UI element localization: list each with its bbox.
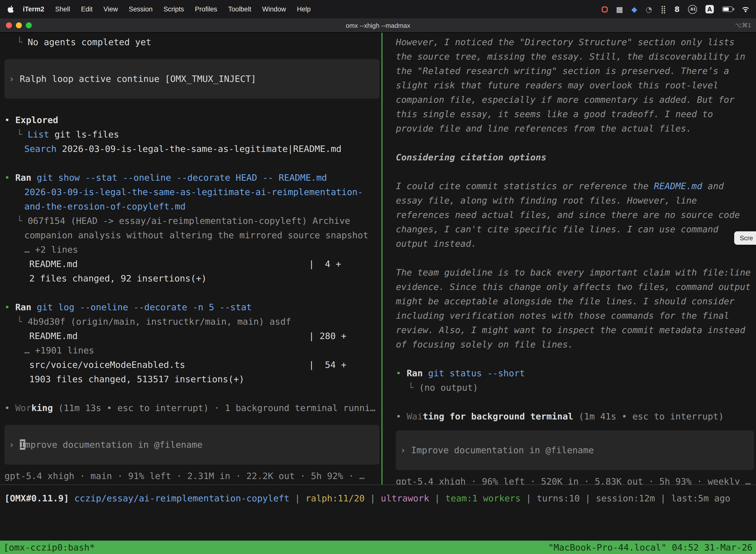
arg-text: 2026-03-09-is-legal-the-same-as-legitima… bbox=[24, 187, 363, 197]
session-time: session:12m bbox=[596, 493, 655, 503]
menu-item-window[interactable]: Window bbox=[257, 5, 292, 13]
ran-verb: Ran bbox=[15, 302, 31, 312]
raycast-icon[interactable]: ◆ bbox=[631, 5, 637, 14]
keypad-icon[interactable]: ▦ bbox=[616, 5, 623, 14]
right-pane[interactable]: However, I noticed the "Directory Struct… bbox=[382, 33, 756, 485]
no-agents-text: No agents completed yet bbox=[27, 37, 151, 47]
bullet-glyph: • bbox=[4, 302, 10, 312]
waiting-indicator: • Waiting for background terminal (1m 41… bbox=[396, 409, 756, 424]
menu-item-view[interactable]: View bbox=[98, 5, 123, 13]
minimize-button[interactable] bbox=[16, 22, 22, 28]
explored-header: • Explored bbox=[4, 113, 381, 127]
menu-item-shell[interactable]: Shell bbox=[50, 5, 76, 13]
explored-title: Explored bbox=[15, 115, 58, 125]
screen-share-flag[interactable]: Scre bbox=[735, 231, 756, 245]
arg-text: and-the-erosion-of-copyleft.md bbox=[24, 201, 186, 212]
git-log-commit-line: └ 4b9d30f (origin/main, instructkr/main,… bbox=[4, 314, 381, 329]
thinking-paragraph-line: essay file, along with finding root file… bbox=[396, 193, 756, 208]
prompt-glyph: › bbox=[9, 73, 14, 84]
battery-fill bbox=[723, 7, 729, 11]
thinking-paragraph-line: output instead. bbox=[396, 236, 756, 251]
tmux-host-time: "MacBook-Pro-44.local" 04:52 31-Mar-26 bbox=[548, 542, 753, 553]
gauge-61-icon[interactable]: .61 bbox=[688, 5, 697, 14]
thinking-paragraph-line: slight risk that future readers may over… bbox=[396, 78, 756, 92]
menu-item-session[interactable]: Session bbox=[123, 5, 158, 13]
menu-item-iterm2[interactable]: iTerm2 bbox=[17, 5, 50, 13]
shield-icon[interactable]: ◔ bbox=[646, 5, 652, 14]
prompt-input[interactable]: › Improve documentation in @filename bbox=[396, 430, 754, 470]
git-show-command: git show --stat --oneline --decorate HEA… bbox=[37, 172, 327, 183]
thinking-paragraph-line: changes, I can't cite specific file line… bbox=[396, 222, 756, 236]
separator: | bbox=[660, 493, 666, 503]
bullet-glyph: • bbox=[4, 403, 10, 413]
prompt-input[interactable]: › Improve documentation in @filename bbox=[4, 425, 379, 465]
separator: | bbox=[526, 493, 531, 503]
diffstat-text: 1903 files changed, 513517 insertions(+) bbox=[29, 374, 244, 384]
prompt-glyph: › bbox=[400, 445, 406, 455]
diffstat-text: 2 files changed, 92 insertions(+) bbox=[29, 273, 207, 283]
omx-status-line: [OMX#0.11.9] cczip/essay/ai-reimplementa… bbox=[0, 485, 756, 505]
bullet-glyph: • bbox=[396, 411, 401, 422]
thinking-paragraph-line: of focusing solely on file lines. bbox=[396, 337, 756, 351]
thinking-paragraph-line: review. Also, I might want to inspect th… bbox=[396, 323, 756, 337]
thinking-paragraph-line: However, I noticed the "Directory Struct… bbox=[396, 35, 756, 49]
input-source-icon[interactable]: A bbox=[705, 5, 714, 13]
waiting-shimmer-dim: Wai bbox=[406, 411, 423, 422]
separator: | bbox=[435, 493, 440, 503]
ran-git-show-header: • Ran git show --stat --oneline --decora… bbox=[4, 170, 381, 185]
terminal-body: └ No agents completed yet › Ralph loop a… bbox=[0, 33, 756, 554]
bottom-spacer bbox=[0, 505, 756, 541]
menu-item-edit[interactable]: Edit bbox=[76, 5, 98, 13]
thinking-paragraph-line: The team guideline is to back every impo… bbox=[396, 265, 756, 279]
tmux-panes: └ No agents completed yet › Ralph loop a… bbox=[0, 33, 756, 485]
thinking-paragraph-line: including verification notes with those … bbox=[396, 308, 756, 323]
menu-item-help[interactable]: Help bbox=[292, 5, 316, 13]
readme-link[interactable]: README.md bbox=[654, 181, 702, 191]
apple-menu-icon[interactable] bbox=[7, 5, 14, 13]
wifi-icon[interactable] bbox=[741, 6, 750, 13]
menu-item-toolbelt[interactable]: Toolbelt bbox=[223, 5, 257, 13]
menu-item-scripts[interactable]: Scripts bbox=[158, 5, 189, 13]
diffstat-summary: 2 files changed, 92 insertions(+) bbox=[4, 271, 381, 285]
battery-body bbox=[722, 6, 733, 12]
search-pattern: 2026-03-09-is-legal-the-same-as-legitima… bbox=[62, 144, 341, 154]
no-output-text: (no output) bbox=[419, 382, 478, 393]
working-shimmer-dim: Wor bbox=[15, 403, 31, 413]
window-title-bar[interactable]: omx --xhigh --madmax ⌥⌘1 bbox=[0, 18, 756, 33]
last-activity: last:5m ago bbox=[671, 493, 730, 503]
tmux-session-name: [omx-cczip0:bash* bbox=[3, 542, 95, 553]
thinking-text: and bbox=[702, 181, 724, 191]
thinking-heading: Considering citation options bbox=[396, 150, 756, 164]
left-pane[interactable]: └ No agents completed yet › Ralph loop a… bbox=[0, 33, 381, 485]
no-output-line: └ (no output) bbox=[396, 380, 756, 395]
battery-icon[interactable] bbox=[722, 6, 733, 12]
git-show-arg-line: 2026-03-09-is-legal-the-same-as-legitima… bbox=[4, 185, 381, 199]
close-button[interactable] bbox=[6, 22, 12, 28]
tree-glyph: └ bbox=[17, 129, 22, 140]
ran-verb: Ran bbox=[406, 368, 423, 378]
working-indicator: • Working (11m 13s • esc to interrupt) ·… bbox=[4, 401, 381, 415]
dots-grid-icon[interactable]: ⣿ bbox=[660, 5, 666, 14]
prompt-glyph: › bbox=[9, 439, 14, 450]
more-text: … +2 lines bbox=[24, 244, 78, 255]
text-cursor: I bbox=[19, 439, 25, 450]
working-shimmer-bright: king bbox=[31, 403, 53, 413]
separator: | bbox=[585, 493, 590, 503]
no-agents-line: └ No agents completed yet bbox=[4, 35, 381, 49]
separator: | bbox=[370, 493, 376, 503]
thinking-paragraph-line: companion file, especially if more comme… bbox=[396, 92, 756, 107]
waiting-detail: (1m 41s • esc to interrupt) bbox=[573, 411, 724, 422]
eight-app-icon[interactable]: 8 bbox=[674, 5, 680, 14]
menu-item-profiles[interactable]: Profiles bbox=[189, 5, 223, 13]
list-verb: List bbox=[27, 129, 49, 140]
git-status-command: git status --short bbox=[428, 368, 525, 378]
thinking-paragraph-line: the source tree, missing the essay. Stil… bbox=[396, 49, 756, 63]
commit-text: 067f154 (HEAD -> essay/ai-reimplementati… bbox=[27, 215, 350, 226]
input-text: mprove documentation in @filename bbox=[25, 439, 202, 450]
bullet-glyph: • bbox=[396, 368, 401, 378]
bullet-glyph: • bbox=[4, 172, 10, 183]
screen-record-indicator-icon[interactable] bbox=[602, 6, 608, 12]
more-text: … +1901 lines bbox=[24, 345, 94, 355]
ralph-banner-text: Ralph loop active continue [OMX_TMUX_INJ… bbox=[19, 73, 256, 84]
zoom-button[interactable] bbox=[26, 22, 32, 28]
